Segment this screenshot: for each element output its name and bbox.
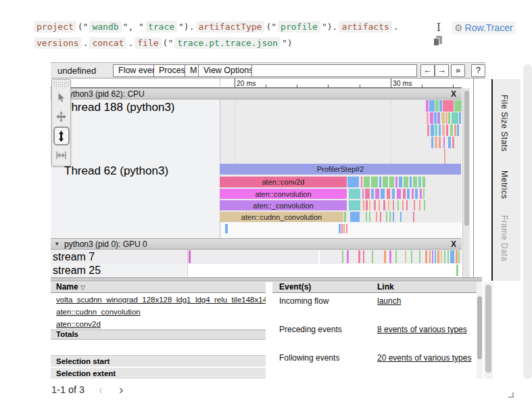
trace-event-segment[interactable] [456, 265, 458, 276]
timing-tool-button[interactable] [53, 146, 70, 164]
pan-tool-button[interactable] [53, 108, 70, 126]
trace-event-segment[interactable] [403, 189, 406, 199]
event-name-link[interactable]: volta_scudnn_winograd_128x128_ldg1_ldg4_… [51, 296, 266, 304]
trace-event-segment[interactable] [427, 124, 429, 136]
trace-event-segment[interactable] [432, 250, 433, 263]
trace-event-segment[interactable] [435, 137, 437, 148]
trace-event-segment[interactable] [397, 200, 399, 210]
trace-event-segment[interactable] [429, 100, 435, 112]
prev-page-button[interactable]: ‹ [99, 382, 103, 397]
trace-event-segment[interactable] [393, 200, 394, 210]
trace-event-segment[interactable] [406, 200, 408, 210]
trace-event-segment[interactable] [431, 124, 434, 136]
trace-event-segment[interactable] [444, 250, 445, 263]
trace-event-segment[interactable] [399, 177, 402, 187]
trace-event-segment[interactable] [419, 200, 420, 210]
trace-event-segment[interactable] [380, 212, 381, 222]
trace-event-segment[interactable] [395, 250, 397, 263]
trace-event-segment[interactable] [420, 189, 422, 199]
panel-type-selector[interactable]: ⚙ Row.Tracer [452, 21, 516, 35]
close-gpu-track-button[interactable]: X [451, 239, 456, 250]
trace-event-segment[interactable] [456, 250, 458, 263]
trace-event-segment[interactable] [419, 250, 420, 263]
trace-event-segment[interactable] [342, 250, 343, 263]
trace-event-segment[interactable] [439, 137, 441, 148]
launch-link[interactable]: launch [377, 296, 401, 306]
trace-event-segment[interactable] [366, 212, 367, 222]
trace-event-segment[interactable] [347, 177, 359, 187]
trace-event-segment[interactable] [404, 177, 408, 187]
tab-frame-data[interactable]: Frame Data [497, 215, 509, 261]
events-panel-scrollbar-thumb[interactable] [477, 296, 482, 359]
trace-event-segment[interactable] [374, 200, 376, 210]
trace-event-segment[interactable] [445, 112, 448, 124]
trace-event-segment[interactable] [339, 224, 341, 233]
resize-grip-icon[interactable] [508, 392, 514, 398]
query-editor[interactable]: project("wandb", "trace").artifactType("… [34, 19, 426, 51]
trace-event-segment[interactable] [369, 200, 370, 210]
trace-event-segment[interactable] [381, 189, 385, 199]
trace-event-segment[interactable] [415, 189, 418, 199]
tool-panel-drag-handle[interactable] [53, 81, 69, 87]
trace-event-segment[interactable] [431, 137, 433, 148]
trace-event-bar[interactable]: ProfilerStep#2 [220, 164, 461, 175]
trace-event-segment[interactable] [435, 100, 439, 112]
trace-event-segment[interactable] [343, 224, 345, 233]
trace-event-segment[interactable] [443, 137, 445, 148]
trace-event-segment[interactable] [413, 177, 417, 187]
trace-event-segment[interactable] [454, 124, 456, 136]
trace-event-segment[interactable] [446, 124, 448, 136]
trace-event-segment[interactable] [427, 112, 429, 124]
trace-event-segment[interactable] [389, 212, 391, 222]
tab-file-size-stats[interactable]: File Size Stats [497, 95, 509, 152]
trace-event-segment[interactable] [426, 100, 429, 112]
trace-event-segment[interactable] [422, 177, 425, 187]
event-name-link[interactable]: aten::cudnn_convolution [51, 308, 266, 316]
trace-event-segment[interactable] [383, 177, 388, 187]
trace-event-segment[interactable] [349, 189, 360, 199]
following-events-link[interactable]: 20 events of various types [377, 353, 471, 363]
trace-event-segment[interactable] [424, 200, 425, 210]
trace-event-segment[interactable] [448, 112, 450, 124]
trace-event-segment[interactable] [400, 212, 402, 222]
trace-event-segment[interactable] [383, 200, 385, 210]
trace-event-segment[interactable] [389, 250, 391, 263]
outer-panel-scrollbar[interactable] [484, 282, 493, 379]
vertical-zoom-tool-button[interactable] [53, 127, 70, 145]
trace-event-segment[interactable] [341, 224, 343, 233]
name-column-header[interactable]: Name ▽ [51, 282, 266, 293]
trace-event-segment[interactable] [439, 124, 441, 136]
copy-button[interactable] [433, 36, 443, 47]
trace-event-segment[interactable] [443, 100, 454, 112]
trace-event-segment[interactable] [435, 250, 436, 263]
trace-event-segment[interactable] [410, 177, 412, 187]
trace-event-segment[interactable] [425, 250, 427, 263]
trace-event-segment[interactable] [376, 212, 377, 222]
trace-event-segment[interactable] [388, 200, 389, 210]
trace-event-segment[interactable] [369, 212, 370, 222]
trace-event-segment[interactable] [437, 112, 440, 124]
track-scrollbar[interactable] [462, 88, 470, 277]
trace-event-segment[interactable] [379, 200, 380, 210]
preceding-events-link[interactable]: 8 events of various types [377, 325, 467, 334]
trace-event-segment[interactable] [318, 250, 320, 263]
zoom-out-button[interactable]: » [451, 64, 465, 77]
trace-event-segment[interactable] [362, 189, 364, 199]
help-button[interactable]: ? [471, 64, 485, 77]
trace-event-segment[interactable] [452, 137, 454, 148]
trace-event-segment[interactable] [364, 177, 370, 187]
trace-event-segment[interactable] [454, 100, 462, 112]
trace-event-segment[interactable] [361, 177, 362, 187]
trace-event-segment[interactable] [458, 250, 460, 263]
trace-event-segment[interactable] [386, 212, 387, 222]
trace-event-segment[interactable] [411, 250, 412, 263]
trace-event-segment[interactable] [363, 200, 364, 210]
tab-metrics[interactable]: Metrics [497, 170, 509, 199]
trace-event-segment[interactable] [429, 250, 431, 263]
timeline-ruler[interactable]: 20 ms30 ms [51, 78, 462, 88]
trace-event-segment[interactable] [441, 250, 442, 263]
trace-event-segment[interactable] [350, 212, 360, 222]
close-cpu-track-button[interactable]: X [451, 89, 456, 99]
trace-event-segment[interactable] [423, 189, 425, 199]
select-tool-button[interactable] [53, 89, 70, 107]
